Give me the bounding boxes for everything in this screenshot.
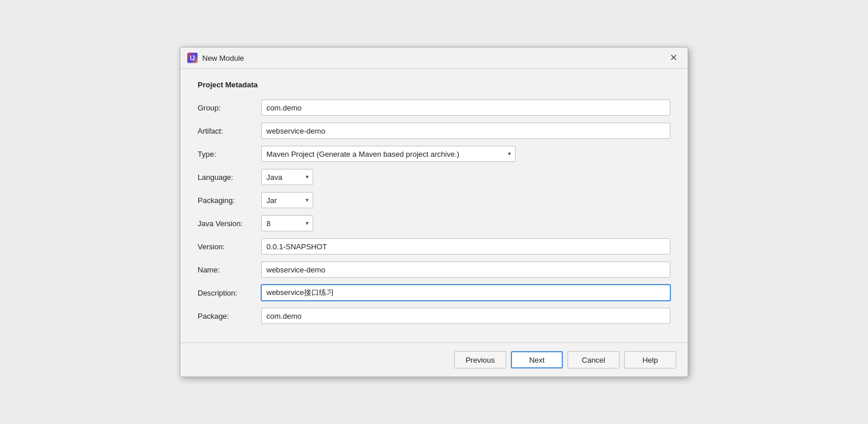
type-select-wrapper: Maven Project (Generate a Maven based pr…	[261, 146, 515, 162]
language-row: Language: Java Kotlin Groovy	[198, 169, 670, 185]
artifact-label: Artifact:	[198, 127, 261, 135]
description-label: Description:	[198, 289, 261, 297]
dialog-content: Project Metadata Group: Artifact: Type: …	[180, 69, 688, 342]
cancel-button[interactable]: Cancel	[567, 351, 620, 368]
previous-button[interactable]: Previous	[454, 351, 506, 368]
name-label: Name:	[198, 266, 261, 274]
version-input[interactable]	[261, 238, 670, 255]
package-input[interactable]	[261, 308, 670, 324]
description-row: Description:	[198, 285, 670, 301]
packaging-label: Packaging:	[198, 196, 261, 205]
packaging-select[interactable]: Jar War	[261, 192, 313, 208]
java-version-row: Java Version: 8 11 17 21	[198, 215, 670, 231]
section-title: Project Metadata	[198, 80, 670, 89]
next-button[interactable]: Next	[511, 351, 563, 368]
package-label: Package:	[198, 312, 261, 320]
app-icon: IJ	[187, 53, 198, 63]
help-button[interactable]: Help	[624, 351, 676, 368]
new-module-dialog: IJ New Module ✕ Project Metadata Group: …	[180, 47, 688, 377]
language-label: Language:	[198, 173, 261, 182]
java-version-select[interactable]: 8 11 17 21	[261, 215, 313, 231]
language-select[interactable]: Java Kotlin Groovy	[261, 169, 313, 185]
artifact-row: Artifact:	[198, 123, 670, 139]
name-input[interactable]	[261, 261, 670, 278]
dialog-titlebar: IJ New Module ✕	[180, 47, 688, 69]
group-label: Group:	[198, 104, 261, 112]
group-input[interactable]	[261, 99, 670, 116]
packaging-select-wrapper: Jar War	[261, 192, 313, 208]
java-version-label: Java Version:	[198, 219, 261, 228]
packaging-row: Packaging: Jar War	[198, 192, 670, 208]
language-select-wrapper: Java Kotlin Groovy	[261, 169, 313, 185]
type-label: Type:	[198, 150, 261, 158]
type-row: Type: Maven Project (Generate a Maven ba…	[198, 146, 670, 162]
titlebar-left: IJ New Module	[187, 53, 244, 63]
version-row: Version:	[198, 238, 670, 255]
dialog-title: New Module	[202, 54, 244, 62]
dialog-footer: Previous Next Cancel Help	[180, 342, 688, 377]
artifact-input[interactable]	[261, 123, 670, 139]
java-version-select-wrapper: 8 11 17 21	[261, 215, 313, 231]
type-select[interactable]: Maven Project (Generate a Maven based pr…	[261, 146, 515, 162]
version-label: Version:	[198, 242, 261, 251]
package-row: Package:	[198, 308, 670, 324]
name-row: Name:	[198, 261, 670, 278]
description-input[interactable]	[261, 285, 670, 301]
group-row: Group:	[198, 99, 670, 116]
close-button[interactable]: ✕	[666, 52, 681, 64]
